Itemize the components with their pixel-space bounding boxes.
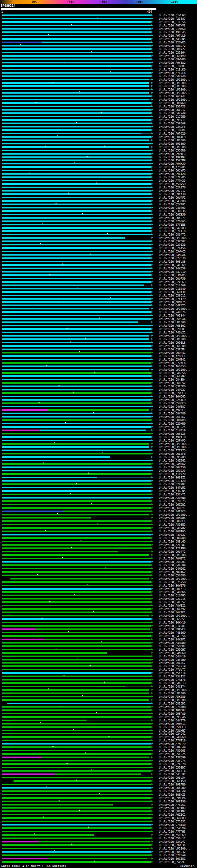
alignment-track[interactable]	[1, 263, 156, 267]
hit-label[interactable]: UniRef100_A7PH35	[159, 179, 186, 182]
alignment-track[interactable]	[1, 840, 156, 843]
alignment-row[interactable]: UniRef100_Q6Y0R0	[0, 786, 197, 789]
hit-label[interactable]: UniRef100_UP1000...	[159, 81, 191, 84]
alignment-track[interactable]	[1, 476, 156, 479]
alignment-track[interactable]	[1, 347, 156, 351]
hit-label[interactable]: UniRef100_Q0ITN2	[159, 809, 186, 813]
hit-label[interactable]: UniRef100_Q5DCH7	[159, 648, 186, 651]
alignment-track[interactable]	[1, 297, 156, 300]
alignment-row[interactable]: UniRef100_UP1000...	[0, 145, 197, 148]
hit-label[interactable]: UniRef100_C4NN62	[159, 462, 186, 466]
hit-label[interactable]: UniRef100_Q17GE0	[159, 115, 186, 118]
hit-label[interactable]: UniRef100_P25387	[159, 17, 186, 20]
alignment-row[interactable]: UniRef100_B9W634	[0, 843, 197, 846]
alignment-row[interactable]: UniRef100_Q00Y27	[0, 48, 197, 51]
alignment-track[interactable]	[1, 78, 156, 81]
hit-label[interactable]: UniRef100_Q43Z08	[159, 199, 186, 202]
alignment-track[interactable]	[1, 246, 156, 250]
hit-label[interactable]: UniRef100_A6S101	[159, 324, 186, 327]
alignment-row[interactable]: UniRef100_Q46D56	[0, 371, 197, 374]
alignment-row[interactable]: UniRef100_UP1000...	[0, 553, 197, 557]
alignment-row[interactable]: UniRef100_B8NJB4	[0, 516, 197, 520]
alignment-track[interactable]	[1, 402, 156, 405]
hit-label[interactable]: UniRef100_A4S9N5	[159, 37, 186, 41]
alignment-track[interactable]	[1, 428, 156, 432]
hit-label[interactable]: UniRef100_O42248	[159, 74, 186, 78]
hit-label[interactable]: UniRef100_C4QP69	[159, 735, 186, 739]
alignment-row[interactable]: UniRef100_Q97217	[0, 189, 197, 192]
alignment-track[interactable]	[1, 752, 156, 755]
alignment-row[interactable]: UniRef100_A8Q263	[0, 749, 197, 752]
alignment-row[interactable]: UniRef100_UP1000...	[0, 513, 197, 516]
hit-label[interactable]: UniRef100_Q6BQQ3	[159, 816, 186, 820]
hit-label[interactable]: UniRef100_B4LSK9	[159, 263, 186, 267]
alignment-row[interactable]: UniRef100_C9SPA6	[0, 712, 197, 715]
alignment-track[interactable]	[1, 715, 156, 718]
alignment-row[interactable]: UniRef100_UP1000...	[0, 98, 197, 101]
alignment-row[interactable]: UniRef100_C0S6Z5	[0, 432, 197, 435]
hit-label[interactable]: UniRef100_Q2S1E9	[159, 398, 186, 402]
alignment-row[interactable]: UniRef100_A7NF79	[0, 742, 197, 745]
alignment-track[interactable]	[1, 64, 156, 67]
hit-label[interactable]: UniRef100_C0S6Z5	[159, 432, 186, 435]
alignment-row[interactable]: UniRef100_O42248	[0, 74, 197, 78]
hit-label[interactable]: UniRef100_Q7Q075	[159, 499, 186, 502]
alignment-row[interactable]: UniRef100_B0W176	[0, 584, 197, 587]
alignment-row[interactable]: UniRef100_A8Q8E5	[0, 523, 197, 526]
hit-label[interactable]: UniRef100_Q96U54	[159, 776, 186, 779]
hit-label[interactable]: UniRef100_Q9WVP6	[159, 57, 186, 61]
alignment-track[interactable]	[1, 536, 156, 540]
alignment-track[interactable]	[1, 388, 156, 391]
alignment-row[interactable]: UniRef100_B3XVV7	[0, 840, 197, 843]
hit-label[interactable]: UniRef100_C1J1Z0	[159, 479, 186, 483]
alignment-track[interactable]	[1, 499, 156, 502]
hit-label[interactable]: UniRef100_Q2UUD1	[159, 327, 186, 331]
alignment-row[interactable]: UniRef100_C4Q5K6	[0, 590, 197, 594]
hit-label[interactable]: UniRef100_Q1B640	[159, 287, 186, 290]
hit-label[interactable]: UniRef100_A8NW75	[159, 300, 186, 304]
hit-label[interactable]: UniRef100_Q24D42	[159, 732, 186, 735]
alignment-row[interactable]: UniRef100_C9SF46	[0, 715, 197, 718]
alignment-track[interactable]	[1, 131, 156, 135]
alignment-track[interactable]	[1, 496, 156, 499]
alignment-row[interactable]: UniRef100_Q6BQQ3	[0, 816, 197, 820]
alignment-row[interactable]: UniRef100_C1BZP4	[0, 128, 197, 131]
hit-label[interactable]: UniRef100_UP1000...	[159, 691, 191, 695]
alignment-track[interactable]	[1, 472, 156, 476]
alignment-row[interactable]: UniRef100_C3SQ11	[0, 293, 197, 297]
hit-label[interactable]: UniRef100_A7S9H5	[159, 165, 186, 169]
alignment-track[interactable]	[1, 590, 156, 594]
alignment-track[interactable]	[1, 101, 156, 105]
alignment-track[interactable]	[1, 314, 156, 317]
alignment-track[interactable]	[1, 570, 156, 573]
alignment-track[interactable]	[1, 202, 156, 206]
alignment-track[interactable]	[1, 779, 156, 782]
alignment-track[interactable]	[1, 513, 156, 516]
alignment-track[interactable]	[1, 172, 156, 176]
alignment-track[interactable]	[1, 37, 156, 41]
hit-label[interactable]: UniRef100_Q55GR9	[159, 148, 186, 152]
alignment-track[interactable]	[1, 830, 156, 833]
alignment-track[interactable]	[1, 266, 156, 270]
alignment-row[interactable]: UniRef100_Q31164	[0, 51, 197, 54]
alignment-row[interactable]: UniRef100_Q8BPQ0	[0, 536, 197, 540]
alignment-row[interactable]: UniRef100_UP1000...	[0, 698, 197, 702]
alignment-track[interactable]	[1, 728, 156, 732]
alignment-track[interactable]	[1, 796, 156, 799]
hit-label[interactable]: UniRef100_A0M0Y1	[159, 556, 186, 560]
hit-label[interactable]: UniRef100_B3XVV7	[159, 840, 186, 843]
alignment-track[interactable]	[1, 27, 156, 30]
hit-label[interactable]: UniRef100_A9P1N7	[159, 155, 186, 159]
hit-label[interactable]: UniRef100_Q95PD5	[159, 456, 186, 459]
alignment-row[interactable]: UniRef100_O42249	[0, 112, 197, 115]
alignment-track[interactable]	[1, 587, 156, 590]
alignment-row[interactable]: UniRef100_B0E1S0	[0, 799, 197, 803]
alignment-row[interactable]: UniRef100_C1BJR1	[0, 64, 197, 67]
hit-label[interactable]: UniRef100_A3GEN5	[159, 489, 186, 492]
hit-label[interactable]: UniRef100_UP1000...	[159, 88, 191, 91]
alignment-row[interactable]: UniRef100_C4Z2G1	[0, 459, 197, 462]
alignment-track[interactable]	[1, 324, 156, 327]
alignment-track[interactable]	[1, 233, 156, 236]
hit-label[interactable]: UniRef100_UP1000...	[159, 577, 191, 580]
alignment-row[interactable]: UniRef100_Q7Q075	[0, 499, 197, 502]
